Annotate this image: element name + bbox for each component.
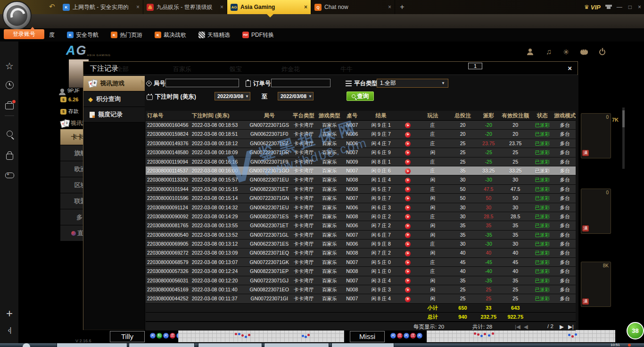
- table-row[interactable]: 2203080001493762022-03-08 00:18:12GN0062…: [146, 139, 576, 148]
- table-row[interactable]: 2203080000699052022-03-08 00:13:12GN0062…: [146, 240, 576, 248]
- briefcase-icon[interactable]: [0, 100, 19, 109]
- browser-tab[interactable]: 品九品娱乐 - 世界顶级娱×: [143, 0, 227, 14]
- replay-icon[interactable]: [405, 214, 411, 220]
- table-row[interactable]: 2203080000692722022-03-08 00:13:09GN0082…: [146, 248, 576, 257]
- replay-icon[interactable]: [405, 223, 411, 229]
- replay-icon[interactable]: [405, 269, 411, 274]
- taskbar-window-button[interactable]: [129, 343, 195, 347]
- vip-button[interactable]: ♛VIP: [584, 4, 601, 11]
- table-row[interactable]: 2203080001598242022-03-08 00:18:51GN0062…: [146, 130, 576, 139]
- table-row[interactable]: 2203080000900922022-03-08 00:14:29GN0082…: [146, 212, 576, 221]
- table-row[interactable]: 2203080000805402022-03-08 00:13:52GN0072…: [146, 231, 576, 240]
- new-tab-button[interactable]: +: [395, 0, 409, 14]
- replay-icon[interactable]: [405, 260, 411, 265]
- game-table-card[interactable]: 8K满: [581, 262, 611, 307]
- close-icon[interactable]: ×: [568, 64, 572, 72]
- replay-icon[interactable]: [405, 287, 411, 293]
- settings-icon[interactable]: [563, 48, 569, 57]
- browser-tab[interactable]: QChat now×: [311, 0, 395, 14]
- table-row[interactable]: 2203080001604562022-03-08 00:18:53GN0072…: [146, 121, 576, 130]
- ag-logo[interactable]: A G ASIA GAMING: [66, 43, 111, 58]
- game-table-card[interactable]: 0满: [581, 189, 611, 234]
- table-row[interactable]: 2203080000573262022-03-08 00:12:24GN0082…: [146, 267, 576, 276]
- table-row[interactable]: 2203080000911242022-03-08 00:14:32GN0062…: [146, 203, 576, 212]
- reopen-tab-icon[interactable]: ↶: [49, 2, 55, 11]
- taskbar-window-button[interactable]: [264, 343, 329, 347]
- browser-tab[interactable]: AGAsia Gaming×: [227, 0, 311, 14]
- taskbar-app-icon[interactable]: [23, 343, 30, 347]
- browser-tab[interactable]: K上网导航 - 安全实用的×: [59, 0, 143, 14]
- support-icon[interactable]: [527, 49, 535, 55]
- shopping-icon[interactable]: [0, 151, 19, 160]
- browser-logo[interactable]: [2, 1, 32, 30]
- taskbar-window-button[interactable]: [57, 343, 127, 347]
- game-table-card[interactable]: 0满: [581, 113, 611, 158]
- dialog-menu-video-games[interactable]: 视讯游戏: [83, 76, 145, 91]
- tab-close-icon[interactable]: ×: [304, 4, 307, 10]
- search-icon[interactable]: [0, 131, 19, 137]
- tab-close-icon[interactable]: ×: [220, 4, 223, 10]
- replay-icon[interactable]: [405, 251, 411, 256]
- table-row[interactable]: 2203080001190942022-03-08 00:16:16GN0092…: [146, 157, 576, 166]
- table-row[interactable]: 2203080001015962022-03-08 00:15:14GN0072…: [146, 194, 576, 203]
- bookmark-item[interactable]: K裁决战歌: [155, 31, 186, 39]
- bookmark-item[interactable]: K安全导航: [67, 31, 99, 39]
- tab-close-icon[interactable]: ×: [136, 4, 140, 10]
- date-to-picker[interactable]: 2022/03/08▼: [278, 92, 314, 100]
- baccarat-road-left[interactable]: [178, 330, 344, 342]
- replay-icon[interactable]: [405, 241, 411, 247]
- chat-icon[interactable]: [580, 50, 588, 55]
- power-icon[interactable]: [599, 49, 605, 55]
- replay-icon[interactable]: [405, 141, 411, 147]
- tab-close-icon[interactable]: ×: [388, 4, 391, 10]
- table-row[interactable]: 2203080000560312022-03-08 00:12:20GN0072…: [146, 276, 576, 285]
- replay-icon[interactable]: [405, 232, 411, 238]
- next-page-button[interactable]: ▶: [560, 323, 564, 330]
- minimize-button[interactable]: —: [617, 4, 622, 10]
- games-icon[interactable]: [0, 171, 19, 178]
- history-icon[interactable]: [0, 81, 19, 89]
- replay-icon[interactable]: [405, 196, 411, 201]
- music-icon[interactable]: [546, 48, 552, 56]
- deposit-button[interactable]: $ 存款: [60, 108, 79, 115]
- replay-icon[interactable]: [405, 168, 411, 174]
- dialog-menu-points-query[interactable]: 积分查询: [83, 91, 145, 107]
- page-input[interactable]: [468, 63, 482, 69]
- maximize-button[interactable]: □: [628, 4, 632, 10]
- table-row[interactable]: 2203080001145372022-03-08 00:16:00GN0072…: [146, 166, 576, 175]
- bookmark-item[interactable]: PDFPDF转换: [242, 31, 274, 39]
- replay-icon[interactable]: [405, 178, 411, 183]
- close-window-button[interactable]: ×: [638, 4, 641, 10]
- table-row[interactable]: 2203080000817652022-03-08 00:13:55GN0062…: [146, 221, 576, 230]
- date-from-picker[interactable]: 2022/03/08▼: [215, 92, 250, 100]
- taskbar-window-button[interactable]: [331, 343, 394, 347]
- favorites-icon[interactable]: [0, 60, 19, 72]
- scrollbar[interactable]: [622, 107, 625, 169]
- replay-icon[interactable]: [405, 132, 411, 138]
- floating-counter-badge[interactable]: 38: [627, 322, 644, 339]
- replay-icon[interactable]: [405, 297, 411, 302]
- baccarat-road-right[interactable]: [427, 330, 615, 342]
- order-no-input[interactable]: [271, 79, 330, 87]
- replay-icon[interactable]: [405, 278, 411, 284]
- table-row[interactable]: 2203080000442522022-03-08 00:11:37GN0072…: [146, 294, 576, 303]
- collapse-icon[interactable]: [0, 326, 19, 334]
- login-account-badge[interactable]: 登录账号: [4, 29, 44, 39]
- last-page-button[interactable]: ▶|: [568, 323, 574, 330]
- prev-page-button[interactable]: ◀: [524, 323, 528, 330]
- table-row[interactable]: 2203080001133202022-03-08 00:15:57GN0082…: [146, 175, 576, 184]
- game-no-input[interactable]: [165, 79, 239, 87]
- replay-icon[interactable]: [405, 159, 411, 165]
- table-row[interactable]: 2203080001019442022-03-08 00:15:15GN0082…: [146, 185, 576, 194]
- bookmark-item[interactable]: 天猫精选: [198, 31, 230, 39]
- platform-type-select[interactable]: 1.全部▼: [377, 79, 448, 88]
- table-row[interactable]: 2203080001485802022-03-08 00:18:09GN0072…: [146, 148, 576, 157]
- skin-button[interactable]: [607, 4, 611, 10]
- taskbar-window-button[interactable]: [198, 343, 262, 347]
- os-taskbar[interactable]: 10:51: [0, 343, 644, 347]
- bookmark-item[interactable]: 度: [49, 31, 55, 39]
- replay-icon[interactable]: [405, 205, 411, 211]
- query-button[interactable]: 查询: [347, 91, 374, 101]
- add-icon[interactable]: [0, 307, 19, 320]
- replay-icon[interactable]: [405, 187, 411, 192]
